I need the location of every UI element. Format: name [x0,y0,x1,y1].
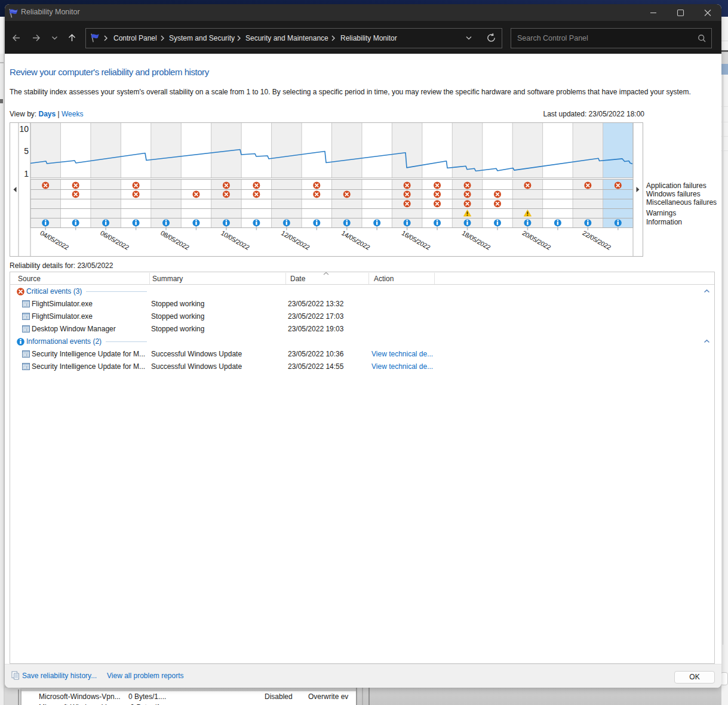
svg-text:22/05/2022: 22/05/2022 [581,229,612,251]
svg-text:16/05/2022: 16/05/2022 [401,229,432,251]
svg-text:12/05/2022: 12/05/2022 [280,229,311,251]
svg-text:14/05/2022: 14/05/2022 [340,229,371,251]
svg-text:10/05/2022: 10/05/2022 [220,229,251,251]
svg-text:10: 10 [19,124,29,133]
svg-text:08/05/2022: 08/05/2022 [159,229,191,251]
svg-text:1: 1 [24,168,29,178]
svg-text:04/05/2022: 04/05/2022 [39,229,70,251]
svg-text:5: 5 [24,146,29,156]
svg-text:06/05/2022: 06/05/2022 [99,229,130,251]
svg-text:18/05/2022: 18/05/2022 [461,229,492,251]
svg-text:20/05/2022: 20/05/2022 [521,229,552,251]
